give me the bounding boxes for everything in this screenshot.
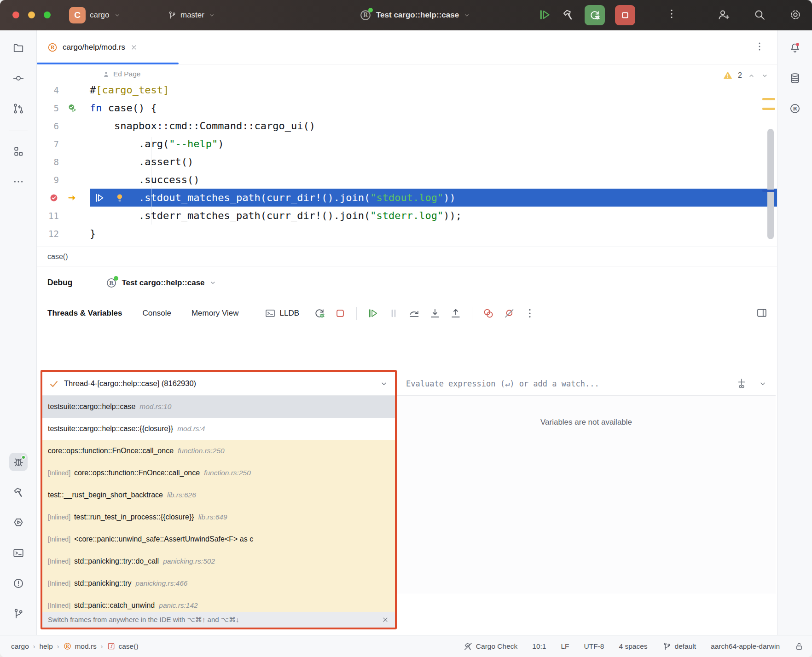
rerun-debug-button[interactable] xyxy=(313,307,326,320)
tool-strip-pull-requests-button[interactable] xyxy=(9,99,28,118)
build-button[interactable] xyxy=(562,8,574,23)
warning-stripe-mark[interactable] xyxy=(762,98,775,100)
code-text[interactable]: .stdout_matches_path(curr_dir!().join("s… xyxy=(90,189,777,207)
tool-strip-rust-plugin-button[interactable]: R xyxy=(786,99,804,118)
settings-button[interactable] xyxy=(789,8,802,23)
resume-button[interactable] xyxy=(366,307,379,320)
evaluate-expression-field[interactable]: Evaluate expression (↵) or add a watch..… xyxy=(397,372,776,396)
next-warning-button[interactable] xyxy=(761,72,769,80)
tool-strip-commit-button[interactable] xyxy=(9,69,28,87)
tab-lldb[interactable]: LLDB xyxy=(265,308,300,319)
project-widget[interactable]: C cargo xyxy=(69,0,121,30)
inspections-widget[interactable]: 2 xyxy=(723,71,769,80)
stack-frame[interactable]: [Inlined]test::run_test_in_process::{{cl… xyxy=(42,506,395,528)
restart-debug-button[interactable] xyxy=(585,5,605,25)
minimize-window-button[interactable] xyxy=(28,12,35,18)
stack-frame[interactable]: core::ops::function::FnOnce::call_oncefu… xyxy=(42,440,395,462)
chevron-down-icon[interactable] xyxy=(379,379,389,388)
editor-scrollbar[interactable] xyxy=(767,129,774,239)
stop-button[interactable] xyxy=(334,307,347,320)
code-text[interactable]: .arg("--help") xyxy=(90,135,777,153)
code-editor[interactable]: Ed Page 4#[cargo_test]5fn case() {6 snap… xyxy=(37,64,777,247)
step-into-button[interactable] xyxy=(429,307,441,320)
gutter-slot[interactable] xyxy=(59,192,90,203)
statusbar-vcs-branch[interactable]: default xyxy=(662,642,696,651)
statusbar-caret-position[interactable]: 10:1 xyxy=(532,642,546,651)
code-text[interactable]: .stderr_matches_path(curr_dir!().join("s… xyxy=(90,207,777,225)
view-breakpoints-button[interactable] xyxy=(482,307,495,320)
add-watch-icon[interactable] xyxy=(736,378,747,389)
previous-warning-button[interactable] xyxy=(748,72,755,80)
stack-frame[interactable]: test::__rust_begin_short_backtracelib.rs… xyxy=(42,484,395,506)
tool-strip-version-control-button[interactable] xyxy=(9,605,28,623)
statusbar-target-platform[interactable]: aarch64-apple-darwin xyxy=(711,642,780,651)
step-out-button[interactable] xyxy=(449,307,462,320)
kebab-button[interactable] xyxy=(523,307,536,320)
code-vision-author[interactable]: Ed Page xyxy=(37,64,777,81)
statusbar-cargo-check[interactable]: Cargo Check xyxy=(464,642,517,651)
line-number: 11 xyxy=(37,211,59,221)
tool-strip-project-button[interactable] xyxy=(9,39,28,57)
stack-frame[interactable]: testsuite::cargo::help::case::{{closure}… xyxy=(42,418,395,440)
code-with-me-button[interactable] xyxy=(717,8,730,23)
close-icon[interactable] xyxy=(130,43,138,52)
gutter-slot[interactable] xyxy=(59,103,90,113)
stack-frame[interactable]: testsuite::cargo::help::casemod.rs:10 xyxy=(42,396,395,418)
pause-button[interactable] xyxy=(387,307,400,320)
breadcrumb-item[interactable]: case() xyxy=(47,253,68,261)
editor-tabs-options-button[interactable] xyxy=(754,41,765,53)
statusbar-line-ending[interactable]: LF xyxy=(561,642,569,651)
statusbar-crumb-mod-rs[interactable]: Rmod.rs xyxy=(63,642,96,651)
run-configuration-widget[interactable]: R Test cargo::help::case xyxy=(359,0,470,30)
tool-strip-structure-button[interactable] xyxy=(9,142,28,161)
tab-memory-view[interactable]: Memory View xyxy=(191,309,239,318)
statusbar-indent[interactable]: 4 spaces xyxy=(619,642,647,651)
layout-settings-button[interactable] xyxy=(756,307,768,320)
code-text[interactable]: .success() xyxy=(90,171,777,189)
stack-frame[interactable]: [Inlined]<core::panic::unwind_safe::Asse… xyxy=(42,528,395,550)
statusbar-crumb-help[interactable]: help xyxy=(39,642,52,651)
tool-strip-database-button[interactable] xyxy=(786,69,804,87)
chevron-down-icon[interactable] xyxy=(758,379,767,388)
warning-stripe-mark[interactable] xyxy=(762,108,775,110)
tool-strip-more-tool-windows-button[interactable] xyxy=(9,173,28,191)
resume-program-button[interactable] xyxy=(538,8,551,23)
stack-frame[interactable]: [Inlined]std::panicking::trypanicking.rs… xyxy=(42,572,395,594)
vcs-widget[interactable]: master xyxy=(168,0,215,30)
tool-strip-services-button[interactable] xyxy=(9,513,28,532)
tab-console[interactable]: Console xyxy=(143,309,171,318)
code-text[interactable]: } xyxy=(90,225,777,242)
frames-panel-annotated: Thread-4-[cargo::help::case] (8162930) t… xyxy=(41,370,397,629)
code-text[interactable]: #[cargo_test] xyxy=(90,81,777,99)
tab-threads-variables[interactable]: Threads & Variables xyxy=(47,309,122,318)
close-icon[interactable] xyxy=(381,616,389,624)
close-window-button[interactable] xyxy=(12,12,19,18)
caret-stripe-mark[interactable] xyxy=(762,190,775,192)
zoom-window-button[interactable] xyxy=(44,12,51,18)
variables-pane: Evaluate expression (↵) or add a watch..… xyxy=(397,328,776,632)
tool-strip-debug-button[interactable] xyxy=(9,453,28,471)
mute-breakpoints-button[interactable] xyxy=(503,307,516,320)
tool-strip-notifications-button[interactable] xyxy=(786,39,804,57)
editor-breadcrumbs[interactable]: case() xyxy=(37,247,777,266)
statusbar-encoding[interactable]: UTF-8 xyxy=(584,642,604,651)
stack-frame[interactable]: [Inlined]std::panicking::try::do_callpan… xyxy=(42,550,395,572)
thread-selector[interactable]: Thread-4-[cargo::help::case] (8162930) xyxy=(42,372,395,396)
statusbar-write-access[interactable] xyxy=(795,642,804,651)
line-number xyxy=(37,193,59,203)
search-everywhere-button[interactable] xyxy=(753,8,766,23)
debug-session-selector[interactable]: R Test cargo::help::case xyxy=(105,277,216,289)
tool-strip-problems-button[interactable] xyxy=(9,574,28,593)
statusbar-crumb-case-[interactable]: fcase() xyxy=(107,642,138,651)
code-text[interactable]: snapbox::cmd::Command::cargo_ui() xyxy=(90,117,777,135)
step-over-button[interactable] xyxy=(408,307,421,320)
editor-tab-active[interactable]: R cargo/help/mod.rs xyxy=(37,30,179,64)
tool-strip-terminal-button[interactable] xyxy=(9,544,28,562)
statusbar-crumb-cargo[interactable]: cargo xyxy=(11,642,29,651)
code-text[interactable]: .assert() xyxy=(90,153,777,171)
tool-strip-build-button[interactable] xyxy=(9,483,28,501)
code-text[interactable]: fn case() { xyxy=(90,99,777,117)
stack-frame[interactable]: [Inlined]core::ops::function::FnOnce::ca… xyxy=(42,462,395,484)
more-actions-button[interactable] xyxy=(666,8,678,21)
stop-button[interactable] xyxy=(615,5,635,25)
